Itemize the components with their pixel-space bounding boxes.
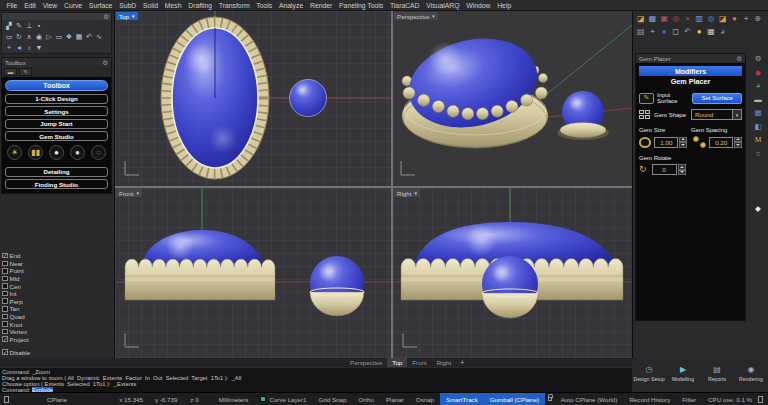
gem-shape-select[interactable]: Round xyxy=(691,109,733,120)
panel-icon[interactable]: ▥ xyxy=(693,12,705,25)
lock-icon[interactable] xyxy=(548,397,552,401)
layers-panel-icon[interactable]: ▦ xyxy=(754,109,761,117)
menu-item[interactable]: Window xyxy=(463,2,494,9)
close-icon[interactable]: × xyxy=(682,12,694,25)
palette-icon[interactable]: ◕ xyxy=(717,25,729,38)
plane-icon[interactable]: ▭ xyxy=(54,32,64,41)
osnap-option[interactable]: Knot xyxy=(2,320,114,328)
osnap-option[interactable]: Tan xyxy=(2,305,114,313)
menu-item[interactable]: Mesh xyxy=(161,2,184,9)
input-surface-icon[interactable]: ✎ xyxy=(639,93,654,104)
control-points-icon[interactable]: ❖ xyxy=(64,32,74,41)
status-toggle[interactable]: Filter xyxy=(676,393,702,405)
viewport-label-front[interactable]: Front ▾ xyxy=(116,189,142,197)
viewport-right[interactable]: Right ▾ xyxy=(393,188,632,358)
gem-rotate-stepper[interactable] xyxy=(678,164,686,175)
sketch-icon[interactable]: ✎ xyxy=(14,21,24,30)
gem-sphere-top-view[interactable] xyxy=(290,80,327,117)
checkbox[interactable] xyxy=(2,336,8,342)
dock-button[interactable]: ▤ Reports xyxy=(701,365,734,382)
cplane-button[interactable]: CPlane xyxy=(41,396,73,403)
save-icon[interactable]: ◪ xyxy=(717,12,729,25)
tab-gold-bar-icon[interactable]: ▬ xyxy=(4,68,17,76)
checkbox[interactable] xyxy=(2,298,8,304)
freeform-curve-icon[interactable]: ∿ xyxy=(94,32,104,41)
menu-item[interactable]: File xyxy=(3,2,21,9)
menu-item[interactable]: Surface xyxy=(86,2,116,9)
toolbox-button[interactable]: 1-Click Design xyxy=(5,94,108,104)
status-toggle[interactable]: Gumball (CPlane) xyxy=(484,393,545,405)
toolbox-button[interactable]: Gem Studio xyxy=(5,131,108,141)
chevron-down-icon[interactable]: ▾ xyxy=(733,109,742,120)
gem-princess-pair-icon[interactable]: ▮▮ xyxy=(28,145,43,160)
menu-item[interactable]: Edit xyxy=(21,2,40,9)
osnap-option[interactable]: Perp xyxy=(2,297,114,305)
dock-button[interactable]: ◉ Rendering xyxy=(735,365,768,382)
materials-m-icon[interactable]: M xyxy=(755,136,761,144)
polyline-icon[interactable]: ∧ xyxy=(24,32,34,41)
checkbox[interactable] xyxy=(2,253,8,259)
checkbox[interactable] xyxy=(2,268,8,274)
checkbox[interactable] xyxy=(2,306,8,312)
paper-plane-icon[interactable]: ◄ xyxy=(14,43,24,52)
menu-item[interactable]: Transform xyxy=(215,2,253,9)
arc-icon[interactable]: ▷ xyxy=(44,32,54,41)
dot-icon[interactable]: ● xyxy=(729,12,741,25)
checkbox[interactable] xyxy=(2,276,8,282)
menu-item[interactable]: Render xyxy=(307,2,336,9)
globe-icon[interactable]: ⊕ xyxy=(752,12,764,25)
menu-item[interactable]: Analyze xyxy=(276,2,307,9)
gem-placer-titlebar[interactable]: Gem Placer ⚙ xyxy=(636,54,745,63)
toolbox-button[interactable]: Jump Start xyxy=(5,119,108,129)
menu-item[interactable]: SubD xyxy=(116,2,140,9)
cone-icon[interactable]: ▼ xyxy=(34,43,44,52)
move-icon[interactable]: + xyxy=(647,25,659,38)
viewport-tab[interactable]: Right xyxy=(432,358,456,367)
menu-item[interactable]: Paneling Tools xyxy=(336,2,387,9)
set-surface-button[interactable]: Set Surface xyxy=(692,93,742,104)
gem-size-input[interactable]: 1.00 xyxy=(654,137,678,148)
gem-rotate-input[interactable]: 0 xyxy=(652,164,677,175)
viewport-tab[interactable]: Top xyxy=(387,358,407,367)
rectangle-icon[interactable]: ▭ xyxy=(4,32,14,41)
circle-center-icon[interactable]: ◉ xyxy=(34,32,44,41)
gear-icon[interactable]: ⚙ xyxy=(755,55,762,63)
status-toggle[interactable]: Ortho xyxy=(352,393,379,405)
panel-icon[interactable] xyxy=(758,396,763,403)
checkbox[interactable] xyxy=(2,321,8,327)
display-panel-icon[interactable]: ▬ xyxy=(754,96,762,104)
grid-points-icon[interactable]: ▞ xyxy=(4,21,14,30)
chevron-down-icon[interactable]: ▾ xyxy=(414,190,417,196)
toolbar-titlebar[interactable]: ⚙ xyxy=(2,13,111,20)
checkbox[interactable] xyxy=(2,291,8,297)
gear-icon[interactable]: ⚙ xyxy=(736,56,742,62)
viewport-label-top[interactable]: Top ▾ xyxy=(116,12,138,20)
chevron-down-icon[interactable]: ▾ xyxy=(136,190,139,196)
status-toggle[interactable]: Grid Snap xyxy=(313,393,353,405)
viewport-perspective[interactable]: Perspective ▾ xyxy=(393,11,632,186)
layer-button[interactable]: Curve Layer1 xyxy=(254,396,312,403)
pin-icon[interactable]: ♁ xyxy=(24,43,34,52)
color-wheel-icon[interactable]: ◕ xyxy=(756,82,761,90)
axis-icon[interactable]: ⊥ xyxy=(24,21,34,30)
map-icon[interactable]: ▤ xyxy=(635,25,647,38)
viewport-tab[interactable]: Front xyxy=(407,358,431,367)
toolbox-header-button[interactable]: Toolbox xyxy=(5,80,108,91)
add-viewport-icon[interactable]: + xyxy=(460,359,464,366)
gear-icon[interactable]: ⚙ xyxy=(103,14,109,20)
menu-item[interactable]: VisualARQ xyxy=(423,2,463,9)
gem-size-stepper[interactable] xyxy=(679,137,687,148)
checkbox[interactable] xyxy=(2,283,8,289)
viewport-front[interactable]: Front ▾ xyxy=(115,188,391,358)
viewport-label-perspective[interactable]: Perspective ▾ xyxy=(394,12,438,20)
osnap-option[interactable]: End xyxy=(2,252,114,260)
dock-button[interactable]: ▶ Modelling xyxy=(667,365,700,382)
paint-icon[interactable]: ◧ xyxy=(754,123,761,131)
folder-icon[interactable]: ◪ xyxy=(635,12,647,25)
menu-item[interactable]: Tools xyxy=(253,2,276,9)
status-toggle[interactable]: Planar xyxy=(380,393,410,405)
panel-toggle-icon[interactable] xyxy=(4,396,9,403)
arc-3pt-icon[interactable]: ↶ xyxy=(84,32,94,41)
toolbox-button[interactable]: Settings xyxy=(5,106,108,116)
chevron-down-icon[interactable]: ▾ xyxy=(132,13,135,19)
